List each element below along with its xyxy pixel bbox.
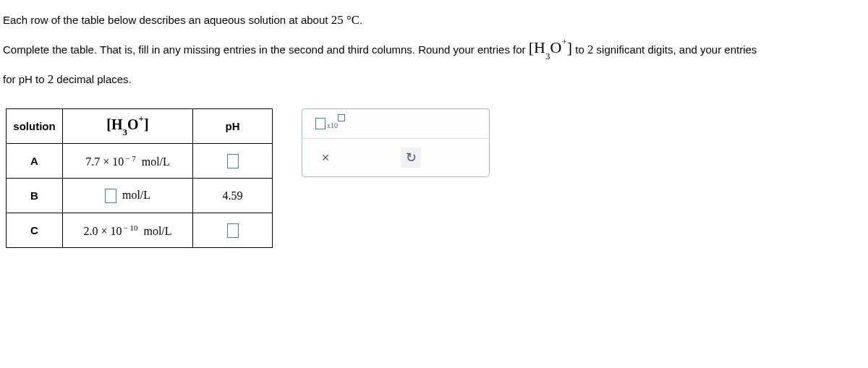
text: for pH to	[3, 73, 48, 85]
row-a-label: A	[7, 144, 63, 179]
mantissa-box-icon	[315, 118, 326, 129]
toolbox-row-actions: × ↺	[302, 138, 489, 176]
row-c-concentration: 2.0 × 10− 10 mol/L	[63, 213, 193, 248]
table-row: B mol/L 4.59	[7, 179, 273, 213]
row-a-ph-input-cell	[193, 144, 273, 179]
header-ph: pH	[193, 109, 273, 144]
scientific-notation-button[interactable]: x10	[315, 118, 345, 129]
table-row: C 2.0 × 10− 10 mol/L	[7, 213, 273, 248]
header-solution: solution	[7, 109, 63, 144]
text: to	[572, 43, 587, 56]
exponent-box-icon	[338, 114, 345, 121]
unit: mol/L	[143, 225, 171, 237]
reset-button[interactable]: ↺	[401, 147, 421, 168]
instruction-line-1: Each row of the table below describes an…	[3, 6, 865, 35]
close-icon: ×	[322, 150, 330, 166]
row-a-concentration: 7.7 × 10− 7 mol/L	[63, 144, 193, 179]
header-concentration: [H3O+]	[63, 109, 193, 144]
concentration-input[interactable]	[105, 189, 116, 203]
text: Each row of the table below describes an…	[3, 14, 331, 26]
text: decimal places.	[54, 73, 132, 85]
exponent: − 7	[125, 154, 135, 163]
row-c-ph-input-cell	[193, 213, 273, 248]
input-toolbox: x10 × ↺	[302, 108, 490, 177]
table-row: A 7.7 × 10− 7 mol/L	[7, 144, 273, 179]
toolbox-row-formats: x10	[302, 109, 489, 138]
row-b-ph: 4.59	[193, 179, 273, 213]
row-c-label: C	[7, 213, 63, 248]
value: 2.0 × 10	[83, 225, 122, 237]
unit: mol/L	[122, 189, 150, 201]
text: significant digits, and your entries	[593, 43, 757, 56]
instructions: Each row of the table below describes an…	[3, 6, 865, 94]
exponent: − 10	[123, 223, 137, 232]
solution-table: solution [H3O+] pH A 7.7 × 10− 7 mol/L B…	[6, 108, 273, 248]
ph-input[interactable]	[227, 154, 239, 168]
x10-label: x10	[327, 121, 338, 129]
text: .	[359, 14, 362, 26]
text: Complete the table. That is, fill in any…	[3, 43, 529, 56]
instruction-line-3: for pH to 2 decimal places.	[3, 65, 865, 95]
row-b-concentration-input-cell: mol/L	[63, 179, 193, 213]
row-b-label: B	[7, 179, 63, 213]
temperature: 25 °C	[331, 13, 359, 27]
close-button[interactable]: ×	[315, 147, 336, 168]
reset-icon: ↺	[406, 150, 417, 166]
ph-input[interactable]	[227, 223, 239, 238]
h3o-expression: [H3O+]	[529, 39, 572, 59]
decimal-places: 2	[48, 72, 54, 86]
value: 7.7 × 10	[85, 155, 124, 168]
instruction-line-2: Complete the table. That is, fill in any…	[3, 35, 865, 65]
unit: mol/L	[142, 155, 170, 168]
